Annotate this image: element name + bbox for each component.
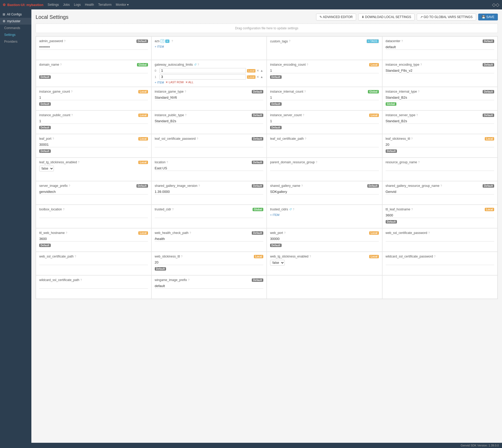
input-datacenter[interactable] — [386, 44, 494, 50]
input-domain-name[interactable] — [39, 68, 148, 73]
select-web-tg-sticky[interactable]: false true — [270, 260, 285, 266]
help-icon-web-health[interactable]: ? — [190, 232, 191, 234]
help-icon-gateway[interactable]: ? — [198, 63, 199, 66]
tags-button[interactable]: + TAGS — [367, 39, 379, 43]
sidebar-item-commands[interactable]: Commands — [0, 25, 31, 31]
input-ienc-type[interactable] — [386, 68, 494, 73]
input-ttl-leaf[interactable] — [386, 213, 494, 218]
help-icon-trusted-cidrs[interactable]: ? — [293, 208, 294, 211]
gateway-input-1[interactable] — [159, 74, 246, 80]
input-ipublic-count[interactable] — [39, 119, 148, 124]
input-web-ssl-pass[interactable] — [386, 236, 494, 242]
help-icon-wingame-prefix[interactable]: ? — [188, 279, 190, 282]
help-icon-wildcard-ssl-pass[interactable]: ? — [434, 255, 436, 258]
input-web-ssl-path[interactable] — [39, 260, 148, 265]
help-icon-rg-name[interactable]: ? — [418, 161, 420, 164]
help-icon-sgn[interactable]: ? — [301, 184, 303, 187]
select-leaf-tg-sticky[interactable]: false true — [39, 166, 54, 171]
help-icon-iinternal-count[interactable]: ? — [304, 90, 306, 93]
gateway-delete-0[interactable]: ✕ — [256, 69, 259, 72]
input-ttl-web[interactable] — [39, 236, 148, 242]
nav-terraform[interactable]: Terraform — [98, 3, 111, 7]
input-sip[interactable] — [39, 189, 148, 194]
help-icon-ttl-leaf[interactable]: ? — [411, 208, 413, 211]
gateway-up-1[interactable]: ▲ — [260, 75, 263, 79]
add-item-trusted-cidrs[interactable]: + ITEM — [270, 213, 279, 216]
input-iserver-type[interactable] — [386, 119, 494, 124]
help-icon-leaf-stick-ttl[interactable]: ? — [411, 137, 413, 140]
help-icon-web-ssl-pass[interactable]: ? — [428, 232, 430, 234]
gateway-delete-1[interactable]: ✕ — [256, 75, 259, 79]
input-wildcard-ssl-path[interactable] — [39, 283, 148, 289]
add-item-gateway[interactable]: + ITEM — [155, 81, 164, 84]
help-icon-datacenter[interactable]: ? — [401, 40, 403, 43]
input-parent-domain-rg[interactable] — [270, 166, 379, 171]
help-icon-leaf-ssl-pass[interactable]: ? — [197, 137, 198, 140]
input-web-port[interactable] — [270, 236, 379, 242]
input-iserver-count[interactable] — [270, 119, 379, 124]
input-leaf-port[interactable] — [39, 142, 148, 147]
help-icon-sgrgn[interactable]: ? — [441, 184, 442, 187]
sync-icon-gateway[interactable]: ↺ — [194, 63, 197, 66]
input-wildcard-ssl-pass[interactable] — [386, 260, 494, 265]
help-icon-wildcard-ssl-path[interactable]: ? — [80, 279, 82, 282]
nav-monitor[interactable]: Monitor ▾ — [116, 3, 129, 7]
help-icon-sip[interactable]: ? — [69, 184, 70, 187]
help-icon-trusted-cidr[interactable]: ? — [172, 208, 174, 211]
help-icon-igame-type[interactable]: ? — [185, 90, 186, 93]
help-icon-igame-count[interactable]: ? — [71, 90, 72, 93]
help-icon[interactable]: ? — [64, 40, 66, 43]
help-icon-leaf-ssl-path[interactable]: ? — [305, 137, 306, 140]
save-button[interactable]: 💾 SAVE — [478, 14, 498, 20]
last-row-gateway[interactable]: ✕ LAST ROW — [166, 81, 184, 84]
input-leaf-ssl-path[interactable] — [270, 142, 379, 147]
input-sgiv[interactable] — [155, 189, 264, 194]
input-ienc-count[interactable] — [270, 68, 379, 73]
help-icon-location[interactable]: ? — [167, 161, 168, 164]
input-iinternal-count[interactable] — [270, 95, 379, 100]
add-item-azs[interactable]: + ITEM — [155, 45, 164, 48]
help-icon-iserver-count[interactable]: ? — [303, 114, 304, 117]
help-icon-ipublic-count[interactable]: ? — [71, 114, 73, 117]
help-icon-ttl-web[interactable]: ? — [66, 232, 67, 234]
global-vars-button[interactable]: ↗ GO TO GLOBAL VARS SETTINGS — [417, 14, 476, 20]
input-wingame-prefix[interactable] — [155, 283, 264, 289]
help-icon-web-tg-sticky[interactable]: ? — [310, 255, 311, 258]
input-igame-type[interactable] — [155, 95, 264, 100]
download-button[interactable]: ⬇ DOWNLOAD LOCAL SETTINGS — [358, 14, 415, 20]
gateway-up-0[interactable]: ▲ — [260, 69, 263, 72]
sidebar-item-settings[interactable]: Settings — [0, 31, 31, 38]
gateway-input-0[interactable] — [159, 68, 246, 73]
advanced-editor-button[interactable]: ✎ ADVANCED EDITOR — [316, 14, 356, 20]
nav-settings[interactable]: Settings — [48, 3, 59, 7]
sidebar-all-configs[interactable]: ⊞ All Configs — [0, 11, 31, 18]
sidebar-item-providers[interactable]: Providers — [0, 38, 31, 45]
help-icon-domain-name[interactable]: ? — [60, 63, 62, 66]
help-icon-leaf-tg-sticky[interactable]: ? — [78, 161, 79, 164]
input-toolbox-loc[interactable] — [39, 213, 148, 218]
input-location[interactable] — [155, 166, 264, 171]
input-ipublic-type[interactable] — [155, 119, 264, 124]
input-iinternal-type[interactable] — [386, 95, 494, 100]
help-icon-sgiv[interactable]: ? — [198, 184, 200, 187]
nav-health[interactable]: Health — [85, 3, 94, 7]
help-icon-web-port[interactable]: ? — [284, 232, 286, 234]
list-icon-azs[interactable]: ≡ — [165, 40, 169, 43]
all-gateway[interactable]: ✕ ALL — [185, 81, 193, 84]
sync-icon-azs[interactable]: ↺ — [161, 39, 164, 43]
input-web-stick-ttl[interactable] — [155, 260, 264, 265]
help-icon-ienc-type[interactable]: ? — [420, 63, 422, 66]
sync-icon-trusted-cidrs[interactable]: ↺ — [289, 208, 292, 211]
help-icon-leaf-port[interactable]: ? — [53, 137, 54, 140]
help-icon-ipublic-type[interactable]: ? — [185, 114, 187, 117]
input-sgrgn[interactable] — [386, 189, 494, 194]
help-icon-custom-tags[interactable]: ? — [289, 40, 290, 43]
help-icon-azs[interactable]: ? — [172, 40, 173, 43]
input-web-health[interactable] — [155, 236, 264, 242]
help-icon-web-ssl-path[interactable]: ? — [75, 255, 76, 258]
nav-logs[interactable]: Logs — [74, 3, 81, 7]
input-trusted-cidr[interactable] — [155, 213, 264, 218]
nav-jobs[interactable]: Jobs — [63, 3, 70, 7]
help-icon-iserver-type[interactable]: ? — [417, 114, 418, 117]
input-rg-name[interactable] — [386, 166, 494, 171]
